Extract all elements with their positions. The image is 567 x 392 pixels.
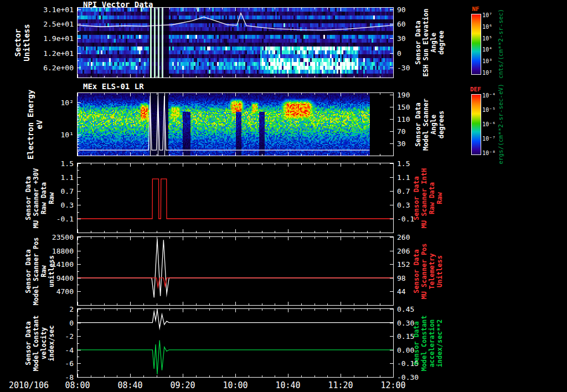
left-tick-label: 10¹ — [61, 130, 74, 138]
time-tick-label: 12:00 — [380, 380, 405, 390]
time-tick-label: 10:40 — [275, 380, 300, 390]
right-tick-label: 260 — [397, 233, 410, 241]
right-tick-label: 70 — [397, 127, 406, 135]
right-tick-label: 0.15 — [397, 332, 414, 341]
panel-canvas-0 — [78, 8, 393, 78]
left-tick-label: 0.3 — [61, 201, 74, 209]
colorbar-tick-label: 10⁻⁵ — [482, 107, 496, 113]
right-axis-label-0-line: degree — [437, 0, 445, 89]
left-axis-label-0-line: Unitless — [22, 0, 31, 89]
time-tick-label: 11:20 — [328, 380, 353, 390]
time-tick-label: 08:00 — [65, 380, 90, 390]
right-tick-label: 206 — [397, 246, 410, 255]
right-axis-label-0: Sensor DataESH Sun ElevationAngledegree — [414, 0, 445, 89]
colorbar-tick-label: 10⁷ — [482, 12, 492, 18]
left-axis-label-0: SectorUnitless — [13, 0, 31, 89]
colorbar-tick-label: 10² — [482, 69, 492, 75]
right-tick-label: 30 — [397, 34, 406, 43]
left-tick-label: -6 — [65, 359, 74, 368]
colorbar-units-1-line: ergs/(cm**2-sr-sec-eV) — [497, 77, 504, 171]
colorbar-tick-label: 10⁻⁸ — [482, 149, 496, 156]
right-tick-label: -30 — [397, 64, 410, 72]
right-tick-label: 30 — [397, 139, 406, 147]
panel-canvas-2 — [78, 163, 393, 233]
right-tick-label: 0.45 — [397, 305, 414, 313]
colorbar-tick-label: 10⁴ — [482, 47, 492, 53]
right-axis-label-4-line: Model Constant — [420, 298, 428, 388]
left-tick-label: 3.1e+01 — [43, 5, 74, 13]
left-tick-label: 9400 — [56, 274, 74, 282]
time-tick-label: 10:00 — [223, 380, 248, 390]
colorbar-tick-label: 10³ — [482, 58, 492, 64]
left-axis-label-4-line: velocity — [40, 298, 48, 388]
right-tick-label: 1.1 — [397, 173, 410, 182]
time-tick-label: 09:20 — [170, 380, 195, 390]
right-tick-label: 60 — [397, 19, 406, 28]
left-tick-label: 0.7 — [61, 187, 74, 195]
left-tick-label: 2 — [69, 305, 74, 313]
right-tick-label: 44 — [397, 287, 406, 296]
colorbar-tick-label: 10⁵ — [482, 35, 492, 41]
tplot-figure: NPI Vector Data MEx ELS-01 LR 2010/106 3… — [0, 0, 567, 392]
left-tick-label: 1.5 — [61, 159, 74, 168]
colorbar-tick-label: 10⁻⁷ — [482, 135, 496, 141]
left-axis-label-0-line: Sector — [13, 0, 22, 89]
right-tick-label: 0 — [397, 49, 401, 57]
colorbar-units-1: ergs/(cm**2-sr-sec-eV) — [497, 77, 504, 171]
right-tick-label: 190 — [397, 91, 410, 99]
right-axis-label-4: Sensor DataModel Constantaccelerationind… — [413, 298, 444, 388]
panel-canvas-1 — [78, 93, 393, 156]
right-tick-label: 1.5 — [397, 159, 410, 168]
left-axis-label-4-line: Sensor Data — [24, 298, 32, 388]
colorbar-1 — [471, 94, 481, 155]
left-axis-label-4-line: index/sec — [48, 298, 55, 388]
left-tick-label: -2 — [65, 332, 74, 341]
left-tick-label: 6.2e+00 — [43, 64, 74, 72]
right-axis-label-0-line: Sensor Data — [414, 0, 422, 89]
right-tick-label: 0.7 — [397, 187, 410, 195]
left-tick-label: 1.2e+01 — [43, 49, 74, 57]
colorbar-tick-label: 10⁶ — [482, 23, 492, 29]
right-tick-label: 0.3 — [397, 201, 410, 209]
panel-canvas-4 — [78, 309, 393, 377]
panel-canvas-3 — [78, 237, 393, 305]
colorbar-tick-label: 10⁻⁶ — [482, 121, 496, 127]
right-axis-label-0-line: Angle — [430, 0, 437, 89]
left-tick-label: -4 — [65, 345, 74, 354]
colorbar-title: NF — [472, 6, 479, 13]
right-axis-label-0-line: ESH Sun Elevation — [422, 0, 430, 89]
right-tick-label: 98 — [397, 274, 406, 282]
left-axis-label-4: Sensor DataModel Constantvelocityindex/s… — [24, 298, 55, 388]
left-axis-label-4-line: Model Constant — [32, 298, 40, 388]
left-tick-label: 1.1 — [61, 173, 74, 182]
right-tick-label: 152 — [397, 260, 410, 269]
right-tick-label: -0.1 — [397, 215, 414, 223]
right-tick-label: 110 — [397, 115, 410, 123]
left-tick-label: 4700 — [56, 287, 74, 296]
left-tick-label: 1.9e+01 — [43, 34, 74, 43]
right-axis-label-4-line: Sensor Data — [413, 298, 420, 388]
right-tick-label: 150 — [397, 102, 410, 111]
right-tick-label: 0.00 — [397, 345, 414, 354]
colorbar-title: DEF — [470, 86, 481, 93]
panel-title-els: MEx ELS-01 LR — [83, 82, 144, 91]
left-tick-label: 0 — [69, 318, 74, 327]
right-tick-label: 90 — [397, 5, 406, 13]
left-tick-label: 2.5e+01 — [43, 19, 74, 28]
time-tick-label: 08:40 — [117, 380, 142, 390]
right-axis-label-4-line: index/sec**2 — [436, 298, 444, 388]
right-axis-label-4-line: acceleration — [428, 298, 436, 388]
left-tick-label: 10² — [61, 98, 74, 106]
right-tick-label: 0.30 — [397, 318, 414, 327]
colorbar-tick-label: 10⁻⁴ — [482, 92, 496, 99]
left-tick-label: -0.1 — [56, 215, 74, 223]
colorbar-0 — [471, 14, 481, 75]
